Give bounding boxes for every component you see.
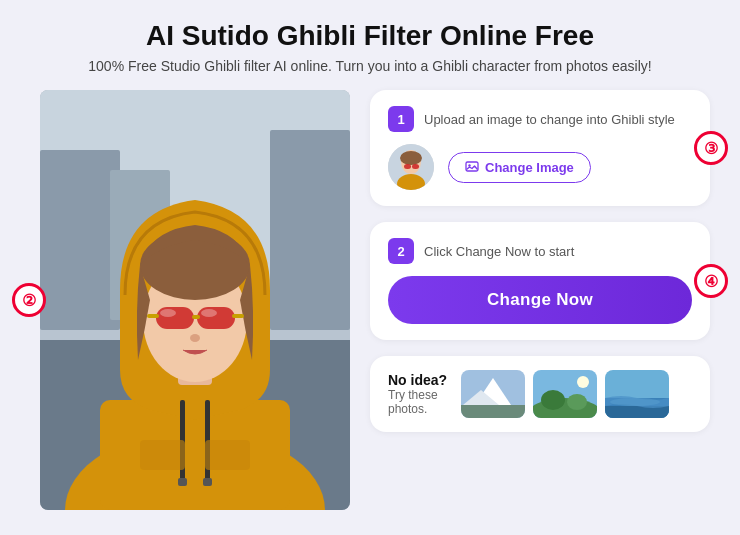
svg-point-45 [610,398,660,406]
no-idea-text: No idea? Try thesephotos. [388,372,447,416]
main-content: ② [30,90,710,510]
svg-rect-21 [178,478,187,486]
svg-point-32 [468,164,470,166]
svg-rect-3 [270,130,350,330]
svg-point-17 [201,309,217,317]
svg-rect-29 [404,164,411,169]
svg-rect-15 [232,314,244,318]
badge-4: ④ [694,264,728,298]
svg-point-16 [160,309,176,317]
step-2-number: 2 [388,238,414,264]
svg-rect-13 [192,315,200,319]
svg-point-40 [567,394,587,410]
step-2-card: 2 Click Change Now to start Change Now ④ [370,222,710,340]
page-subtitle: 100% Free Studio Ghibli filter AI online… [30,58,710,74]
svg-point-18 [190,334,200,342]
sample-photo-3[interactable] [605,370,669,418]
sample-photos [461,370,669,418]
main-image [40,90,350,510]
page-title: AI Sutido Ghibli Filter Online Free [30,20,710,52]
change-image-button[interactable]: Change Image [448,152,591,183]
step-2-header: 2 Click Change Now to start [388,238,692,264]
svg-rect-44 [605,406,669,418]
svg-rect-24 [205,440,250,470]
svg-rect-14 [147,314,159,318]
sample-photo-1[interactable] [461,370,525,418]
page-wrapper: AI Sutido Ghibli Filter Online Free 100%… [0,0,740,535]
badge-3: ③ [694,131,728,165]
step-1-number: 1 [388,106,414,132]
avatar-preview [388,144,434,190]
page-header: AI Sutido Ghibli Filter Online Free 100%… [30,20,710,74]
svg-point-41 [577,376,589,388]
svg-rect-31 [466,162,478,171]
svg-rect-23 [140,440,185,470]
svg-rect-30 [412,164,419,169]
change-image-label: Change Image [485,160,574,175]
step-2-desc: Click Change Now to start [424,244,574,259]
badge-left: ② [12,283,46,317]
step-1-desc: Upload an image to change into Ghibli st… [424,112,675,127]
no-idea-title: No idea? [388,372,447,388]
no-idea-subtitle: Try thesephotos. [388,388,447,416]
sample-photo-2[interactable] [533,370,597,418]
left-panel: ② [30,90,350,510]
right-panel: 1 Upload an image to change into Ghibli … [370,90,710,510]
step-1-card: 1 Upload an image to change into Ghibli … [370,90,710,206]
svg-rect-36 [461,405,525,418]
svg-rect-22 [203,478,212,486]
change-now-button[interactable]: Change Now [388,276,692,324]
svg-point-28 [400,151,422,165]
image-icon [465,160,479,174]
step-1-header: 1 Upload an image to change into Ghibli … [388,106,692,132]
svg-rect-11 [156,307,194,329]
svg-rect-12 [197,307,235,329]
svg-point-39 [541,390,565,410]
svg-rect-2 [40,150,120,330]
step-1-actions: Change Image [388,144,692,190]
no-idea-section: No idea? Try thesephotos. [370,356,710,432]
